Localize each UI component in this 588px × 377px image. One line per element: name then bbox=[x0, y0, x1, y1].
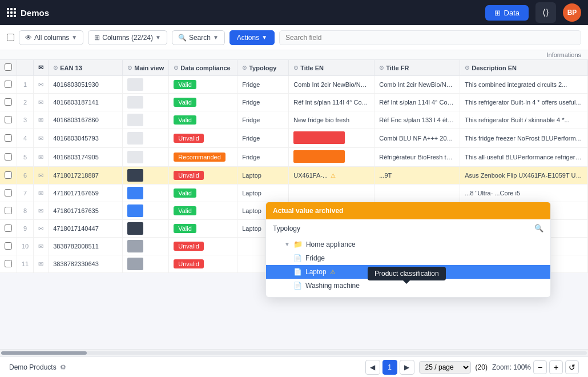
all-columns-button[interactable]: 👁 All columns ▼ bbox=[19, 30, 83, 45]
table-row[interactable]: 3 ✉ 4016803167860 Valid Fridge New fridg… bbox=[0, 111, 588, 129]
row-img bbox=[123, 148, 169, 167]
row-compliance: Valid bbox=[169, 94, 237, 111]
row-number: 11 bbox=[17, 255, 34, 273]
message-icon: ✉ bbox=[38, 64, 43, 71]
actions-button[interactable]: Actions ▼ bbox=[229, 30, 275, 45]
row-desc: This fridge freezer NoFrost BLUPerforman… bbox=[460, 129, 588, 148]
row-msg: ✉ bbox=[34, 94, 49, 111]
col-ean13[interactable]: ⊙ EAN 13 bbox=[49, 60, 123, 76]
table-wrapper[interactable]: ✉ ⊙ EAN 13 ⊙ Main view ⊙ bbox=[0, 60, 588, 349]
data-nav-button[interactable]: ⊞ Data bbox=[485, 5, 529, 21]
search-input[interactable] bbox=[279, 30, 581, 45]
row-checkbox[interactable] bbox=[5, 189, 12, 196]
col-title-en[interactable]: ⊙ Title EN bbox=[289, 60, 374, 76]
header-checkbox[interactable] bbox=[5, 63, 12, 71]
columns-icon: ⊞ bbox=[94, 34, 100, 42]
row-img bbox=[123, 129, 169, 148]
msg-icon: ✉ bbox=[38, 135, 43, 142]
row-checkbox[interactable] bbox=[5, 81, 12, 88]
row-number: 1 bbox=[17, 76, 34, 94]
product-classification-tooltip: Product classification bbox=[368, 267, 446, 280]
eye-icon: 👁 bbox=[25, 34, 32, 42]
row-number: 2 bbox=[17, 94, 34, 111]
table-row[interactable]: 5 ✉ 4016803174905 Recommanded Fridge Réf… bbox=[0, 148, 588, 167]
row-title-en: Réf Int s/plan 114l 4° Comfort A++ bbox=[289, 94, 374, 111]
search-button[interactable]: 🔍 Search ▼ bbox=[172, 30, 225, 45]
row-typology: Laptop bbox=[237, 167, 289, 185]
row-typology: Fridge bbox=[237, 148, 289, 167]
row-desc: This refrigerator Built / skinnable 4 *.… bbox=[460, 111, 588, 129]
scrollbar-thumb[interactable] bbox=[1, 351, 87, 355]
col-sort-icon: ⊙ bbox=[242, 65, 247, 71]
avatar[interactable]: BP bbox=[563, 3, 581, 22]
col-title-fr[interactable]: ⊙ Title FR bbox=[374, 60, 460, 76]
row-checkbox[interactable] bbox=[5, 171, 12, 179]
row-img bbox=[123, 202, 169, 220]
row-title-fr: Réfrigérateur BioFresh tout utile bbox=[374, 148, 460, 167]
typology-tree: ▼ 📁 Home appliance 📄 Fridge 📄 Laptop ⚠ 📄… bbox=[266, 235, 550, 297]
table-row[interactable]: 2 ✉ 4016803187141 Valid Fridge Réf Int s… bbox=[0, 94, 588, 111]
data-icon: ⊞ bbox=[494, 9, 501, 17]
row-compliance: Unvalid bbox=[169, 238, 237, 255]
msg-icon: ✉ bbox=[38, 154, 43, 161]
row-number: 8 bbox=[17, 202, 34, 220]
col-sort-icon: ⊙ bbox=[293, 65, 298, 71]
tree-item-home-appliance[interactable]: ▼ 📁 Home appliance bbox=[266, 237, 550, 251]
row-checkbox[interactable] bbox=[5, 116, 12, 123]
row-checkbox[interactable] bbox=[5, 260, 12, 267]
msg-icon: ✉ bbox=[38, 207, 43, 214]
row-title-en bbox=[289, 185, 374, 202]
table-row[interactable]: 1 ✉ 4016803051930 Valid Fridge Comb Int … bbox=[0, 76, 588, 94]
col-data-compliance[interactable]: ⊙ Data compliance bbox=[169, 60, 237, 76]
row-ean: 3838782008511 bbox=[49, 238, 123, 255]
row-title-fr: Comb Int 2cir NewBio/NoFrost/Ice bbox=[374, 76, 460, 94]
horizontal-scrollbar[interactable] bbox=[0, 349, 588, 356]
row-img bbox=[123, 76, 169, 94]
table-row[interactable]: 4 ✉ 4016803045793 Unvalid Fridge Combi B… bbox=[0, 129, 588, 148]
info-header: Informations bbox=[0, 50, 588, 60]
chevron-down-icon: ▼ bbox=[213, 34, 219, 41]
search-icon: 🔍 bbox=[178, 34, 187, 42]
share-button[interactable]: ⟨⟩ bbox=[535, 2, 556, 23]
select-all-checkbox[interactable] bbox=[7, 34, 14, 41]
row-msg: ✉ bbox=[34, 76, 49, 94]
search-icon[interactable]: 🔍 bbox=[534, 224, 543, 232]
row-img bbox=[123, 111, 169, 129]
row-checkbox[interactable] bbox=[5, 207, 12, 214]
row-compliance: Valid bbox=[169, 220, 237, 238]
row-title-en: New fridge bio fresh bbox=[289, 111, 374, 129]
row-desc: This refrigerator Built-In 4 * offers us… bbox=[460, 94, 588, 111]
tree-label: Laptop bbox=[305, 268, 327, 276]
col-typology[interactable]: ⊙ Typology bbox=[237, 60, 289, 76]
row-number: 5 bbox=[17, 148, 34, 167]
row-checkbox[interactable] bbox=[5, 98, 12, 106]
row-compliance: Unvalid bbox=[169, 255, 237, 273]
top-navigation: Demos ⊞ Data ⟨⟩ BP bbox=[0, 0, 588, 25]
row-ean: 3838782330643 bbox=[49, 255, 123, 273]
msg-icon: ✉ bbox=[38, 260, 43, 267]
app-name: Demos bbox=[21, 8, 49, 18]
table-row[interactable]: 6 ✉ 4718017218887 Unvalid Laptop UX461FA… bbox=[0, 167, 588, 185]
share-icon: ⟨⟩ bbox=[542, 7, 549, 18]
row-checkbox[interactable] bbox=[5, 134, 12, 142]
columns-button[interactable]: ⊞ Columns (22/24) ▼ bbox=[88, 30, 167, 45]
row-checkbox[interactable] bbox=[5, 153, 12, 161]
chevron-down-icon: ▼ bbox=[155, 34, 161, 41]
row-number: 6 bbox=[17, 167, 34, 185]
tree-item-fridge[interactable]: 📄 Fridge bbox=[266, 251, 550, 265]
col-description-en[interactable]: ⊙ Description EN bbox=[460, 60, 588, 76]
table-row[interactable]: 7 ✉ 4718017167659 Valid Laptop ...8 "Ult… bbox=[0, 185, 588, 202]
file-icon: 📄 bbox=[293, 254, 302, 262]
row-number: 3 bbox=[17, 111, 34, 129]
row-checkbox[interactable] bbox=[5, 242, 12, 250]
row-title-fr: Réf Enc s/plan 133 l 4 étoiles A+ bbox=[374, 111, 460, 129]
row-compliance: Valid bbox=[169, 185, 237, 202]
col-sort-icon: ⊙ bbox=[379, 65, 384, 71]
row-checkbox[interactable] bbox=[5, 224, 12, 232]
msg-icon: ✉ bbox=[38, 172, 43, 179]
row-img bbox=[123, 220, 169, 238]
row-desc: This all-useful BLUPerformance refrigera… bbox=[460, 148, 588, 167]
row-img bbox=[123, 238, 169, 255]
msg-icon: ✉ bbox=[38, 190, 43, 196]
col-main-view[interactable]: ⊙ Main view bbox=[123, 60, 169, 76]
